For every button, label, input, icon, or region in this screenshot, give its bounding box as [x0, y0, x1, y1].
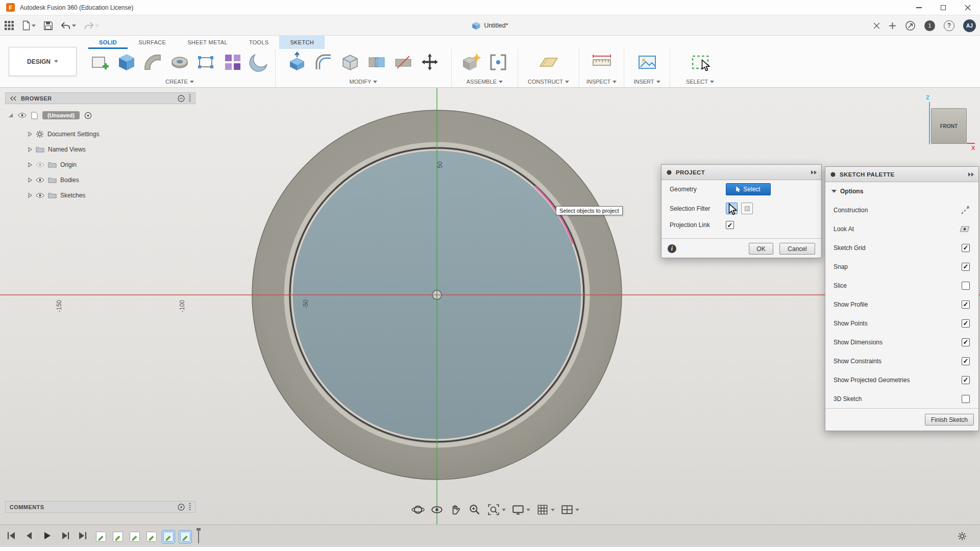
new-document-button[interactable]: [889, 22, 896, 30]
filter-sketch-toggle[interactable]: [741, 203, 753, 214]
timeline-feature-sketch-selected[interactable]: [179, 531, 191, 543]
panel-collapse-icon[interactable]: [178, 95, 185, 102]
document-tab[interactable]: Untitled*: [472, 15, 508, 36]
revolve-button[interactable]: [168, 51, 191, 73]
option-show-profile[interactable]: Show Profile: [825, 295, 978, 314]
collapse-left-icon[interactable]: [10, 96, 17, 101]
slice-checkbox[interactable]: [962, 282, 970, 290]
option-show-constraints[interactable]: Show Constraints: [825, 352, 978, 370]
show-points-checkbox[interactable]: [962, 319, 970, 328]
tab-tools[interactable]: TOOLS: [238, 36, 280, 49]
sidebar-item-document-settings[interactable]: Document Settings: [5, 128, 99, 141]
expand-arrow-icon[interactable]: [28, 193, 32, 198]
option-construction[interactable]: Construction: [825, 201, 978, 219]
create-group-label[interactable]: CREATE: [84, 79, 275, 85]
cancel-button[interactable]: Cancel: [779, 243, 815, 255]
expand-arrow-icon[interactable]: [28, 147, 32, 152]
minimize-button[interactable]: [906, 0, 931, 15]
select-group-label[interactable]: SELECT: [670, 79, 730, 85]
new-component-button[interactable]: [460, 51, 483, 73]
viewports-button[interactable]: [560, 503, 579, 516]
inspect-group-label[interactable]: INSPECT: [579, 79, 624, 85]
show-projected-geometries-checkbox[interactable]: [962, 376, 970, 384]
undo-button[interactable]: [61, 21, 76, 30]
eye-icon[interactable]: [36, 177, 44, 183]
split-body-button[interactable]: [392, 51, 414, 73]
orbit-button[interactable]: [411, 503, 425, 516]
coil-button[interactable]: [248, 51, 271, 73]
modify-group-label[interactable]: MODIFY: [276, 79, 451, 85]
view-cube[interactable]: FRONT: [931, 108, 967, 144]
save-button[interactable]: [43, 21, 53, 31]
construction-plane-button[interactable]: [537, 51, 560, 73]
eye-hidden-icon[interactable]: [36, 162, 44, 168]
expand-arrow-icon[interactable]: [28, 162, 32, 167]
viewcube-front-face[interactable]: FRONT: [940, 123, 958, 129]
3d-sketch-checkbox[interactable]: [962, 395, 970, 403]
pattern-button[interactable]: [222, 51, 244, 73]
skip-to-start-button[interactable]: [6, 531, 16, 541]
expand-panel-icon[interactable]: [968, 172, 974, 177]
option-3d-sketch[interactable]: 3D Sketch: [825, 389, 978, 408]
option-show-projected-geometries[interactable]: Show Projected Geometries: [825, 370, 978, 389]
tab-sheet-metal[interactable]: SHEET METAL: [177, 36, 238, 49]
option-look-at[interactable]: Look At: [825, 219, 978, 238]
create-sketch-button[interactable]: [89, 51, 111, 73]
timeline-feature-sketch-selected[interactable]: [162, 531, 175, 543]
combine-button[interactable]: [365, 51, 388, 73]
timeline-feature-sketch[interactable]: [112, 531, 124, 543]
activate-target-icon[interactable]: [84, 112, 92, 119]
sidebar-item-origin[interactable]: Origin: [5, 158, 77, 171]
press-pull-button[interactable]: [286, 51, 308, 73]
projection-link-checkbox[interactable]: [726, 221, 734, 229]
grid-snaps-button[interactable]: [536, 503, 555, 516]
panel-grip[interactable]: [189, 94, 191, 103]
document-name[interactable]: (Unsaved): [42, 111, 80, 119]
sketch-palette-header[interactable]: SKETCH PALETTE: [825, 167, 978, 182]
job-status-button[interactable]: 1: [924, 20, 935, 31]
timeline-position-marker[interactable]: [198, 530, 199, 543]
show-profile-checkbox[interactable]: [962, 300, 970, 309]
browser-header[interactable]: BROWSER: [5, 92, 195, 104]
eye-icon[interactable]: [36, 192, 44, 198]
display-settings-button[interactable]: [511, 503, 530, 516]
maximize-button[interactable]: [931, 0, 955, 15]
sidebar-item-bodies[interactable]: Bodies: [5, 173, 79, 187]
option-sketch-grid[interactable]: Sketch Grid: [825, 238, 978, 257]
file-menu-button[interactable]: [22, 20, 36, 31]
project-dialog-header[interactable]: PROJECT: [662, 165, 821, 180]
joint-button[interactable]: [487, 51, 509, 73]
snap-checkbox[interactable]: [962, 263, 970, 271]
geometry-select-button[interactable]: Select: [726, 183, 771, 195]
app-grid-menu-button[interactable]: [4, 20, 14, 31]
shell-button[interactable]: [339, 51, 361, 73]
user-avatar[interactable]: AJ: [963, 19, 976, 32]
measure-button[interactable]: [591, 51, 613, 73]
tab-solid[interactable]: SOLID: [88, 36, 128, 49]
comments-header[interactable]: COMMENTS: [5, 501, 195, 513]
sidebar-item-sketches[interactable]: Sketches: [5, 189, 85, 202]
fillet-button[interactable]: [312, 51, 335, 73]
step-forward-button[interactable]: [60, 531, 70, 541]
ok-button[interactable]: OK: [749, 243, 773, 255]
browser-document-row[interactable]: (Unsaved): [5, 109, 195, 122]
sketch-grid-checkbox[interactable]: [962, 244, 970, 252]
pan-button[interactable]: [449, 503, 462, 516]
option-show-points[interactable]: Show Points: [825, 314, 978, 333]
close-button[interactable]: [955, 0, 980, 15]
expand-arrow-icon[interactable]: [28, 132, 32, 137]
tab-sketch[interactable]: SKETCH: [279, 36, 324, 49]
construction-line-icon[interactable]: [961, 206, 970, 215]
panel-grip[interactable]: [189, 503, 191, 511]
eye-icon[interactable]: [18, 112, 27, 118]
play-button[interactable]: [42, 531, 52, 541]
info-icon[interactable]: [668, 244, 676, 253]
expand-arrow-icon[interactable]: [28, 178, 32, 183]
show-constraints-checkbox[interactable]: [962, 357, 970, 365]
finish-sketch-button[interactable]: Finish Sketch: [925, 414, 974, 425]
assemble-group-label[interactable]: ASSEMBLE: [452, 79, 518, 85]
step-back-button[interactable]: [24, 531, 34, 541]
option-show-dimensions[interactable]: Show Dimensions: [825, 333, 978, 352]
panel-collapse-icon[interactable]: [178, 504, 185, 511]
sidebar-item-named-views[interactable]: Named Views: [5, 143, 86, 156]
